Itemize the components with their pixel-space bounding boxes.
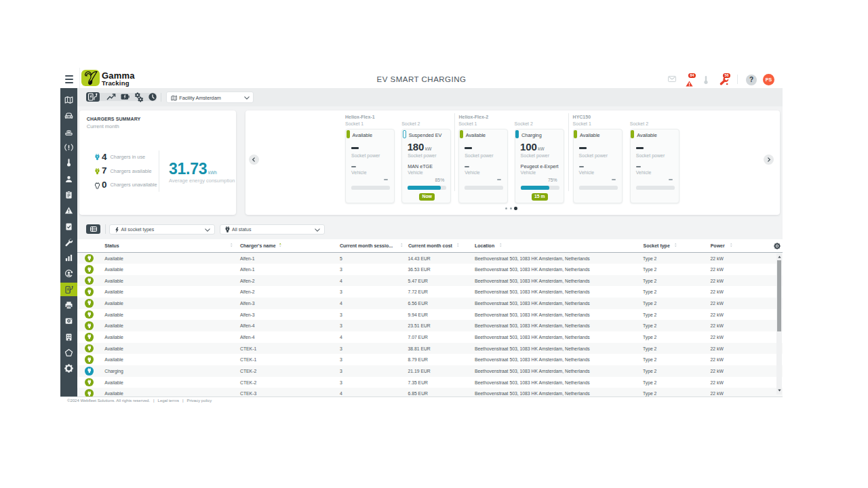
svg-text:PDF: PDF <box>67 306 71 308</box>
